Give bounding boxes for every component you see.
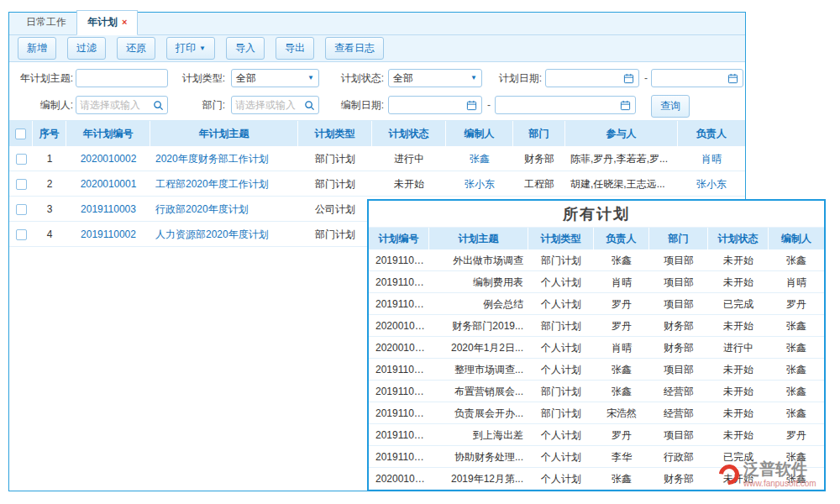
dept-label: 部门: [173, 96, 225, 114]
plan-date-end-field[interactable] [651, 69, 743, 87]
cell-type: 部门计划 [528, 402, 594, 423]
filter-button-label: 过滤 [76, 41, 97, 55]
plan-subject-link[interactable]: 工程部2020年度工作计划 [155, 178, 269, 190]
chevron-down-icon: ▼ [307, 75, 314, 81]
cell-compiler: 罗丹 [769, 424, 824, 445]
search-icon[interactable] [153, 100, 164, 111]
cell-type: 部门计划 [298, 146, 372, 171]
cell-dept: 经营部 [649, 381, 708, 402]
compiler-input[interactable] [76, 97, 153, 113]
cell-dept: 工程部 [513, 171, 565, 196]
cell-dept: 项目部 [649, 293, 708, 314]
dialog-table-header-row: 计划编号 计划主题 计划类型 负责人 部门 计划状态 编制人 [369, 228, 824, 249]
plan-subject-link[interactable]: 人力资源部2020年度计划 [155, 228, 269, 240]
search-icon[interactable] [304, 100, 315, 111]
add-button-label: 新增 [27, 41, 47, 55]
row-checkbox[interactable] [16, 154, 27, 165]
list-item[interactable]: 2019110002 到上海出差 个人计划 罗丹 项目部 未开始 罗丹 [369, 424, 824, 446]
cell-subject: 2019年12月第... [429, 468, 528, 489]
tab-daily-work[interactable]: 日常工作 [16, 11, 76, 34]
plan-code-link[interactable]: 2019110002 [81, 228, 136, 240]
cell-subject: 协助财务处理... [429, 446, 528, 467]
plan-date-label: 计划日期: [490, 69, 542, 87]
import-button[interactable]: 导入 [226, 37, 265, 60]
table-row[interactable]: 1 2020010002 2020年度财务部工作计划 部门计划 进行中 张鑫 财… [9, 146, 745, 171]
owner-link[interactable]: 肖晴 [701, 153, 722, 165]
calendar-icon[interactable] [620, 100, 631, 111]
compiler-link[interactable]: 张鑫 [470, 153, 490, 165]
row-checkbox[interactable] [16, 204, 27, 215]
restore-button[interactable]: 还原 [117, 37, 155, 60]
plan-code-link[interactable]: 2020010002 [81, 153, 137, 165]
cell-dept: 财务部 [649, 315, 708, 336]
dept-field[interactable] [231, 96, 319, 114]
view-log-button[interactable]: 查看日志 [325, 37, 384, 60]
owner-link[interactable]: 张小东 [696, 178, 727, 190]
plan-date-start-field[interactable] [545, 69, 639, 87]
cell-subject: 2020年1月2日... [429, 337, 528, 358]
calendar-icon[interactable] [727, 73, 738, 84]
restore-button-label: 还原 [126, 41, 146, 55]
tab-close-icon[interactable]: × [122, 18, 127, 27]
cell-code: 2019110005 [369, 293, 429, 314]
list-item[interactable]: 2019110004 编制费用表 个人计划 肖晴 项目部 未开始 肖晴 [369, 271, 824, 293]
list-item[interactable]: 2019110005 例会总结 个人计划 罗丹 项目部 已完成 罗丹 [369, 293, 824, 315]
select-all-checkbox[interactable] [15, 129, 26, 139]
list-item[interactable]: 2019110003 布置营销展会... 部门计划 张鑫 经营部 未开始 张鑫 [369, 381, 824, 402]
list-item[interactable]: 2019110001 负责展会开办... 部门计划 宋浩然 经营部 未开始 张鑫 [369, 402, 824, 424]
chevron-down-icon: ▼ [470, 75, 477, 81]
compile-date-label: 编制日期: [332, 96, 384, 114]
cell-dept: 项目部 [649, 359, 708, 380]
query-button[interactable]: 查询 [651, 95, 690, 118]
list-item[interactable]: 2020010002 2020年1月2日... 个人计划 肖晴 财务部 进行中 … [369, 337, 824, 359]
plan-type-select[interactable]: 全部 ▼ [231, 69, 319, 87]
cell-owner: 李华 [594, 446, 649, 467]
header-code: 年计划编号 [66, 121, 150, 146]
plan-code-link[interactable]: 2020010001 [81, 178, 137, 190]
plan-status-select[interactable]: 全部 ▼ [388, 69, 482, 87]
filter-button[interactable]: 过滤 [67, 37, 106, 60]
list-item[interactable]: 2019110001 外出做市场调查 部门计划 张鑫 项目部 未开始 张鑫 [369, 249, 824, 271]
chevron-down-icon: ▼ [199, 45, 206, 52]
cell-code: 2019110003 [369, 446, 429, 467]
plan-type-value: 全部 [236, 71, 256, 86]
cell-code: 2020010001 [369, 468, 429, 489]
cell-owner: 张鑫 [594, 359, 649, 380]
add-button[interactable]: 新增 [18, 37, 56, 60]
export-button[interactable]: 导出 [276, 37, 314, 60]
cell-type: 部门计划 [528, 381, 594, 402]
plan-subject-link[interactable]: 行政部2020年度计划 [155, 203, 249, 215]
plan-code-link[interactable]: 2019110003 [81, 203, 136, 215]
compile-date-end-field[interactable] [495, 96, 636, 114]
calendar-icon[interactable] [623, 73, 634, 84]
list-item[interactable]: 2019110002 整理市场调查... 个人计划 张鑫 项目部 未开始 张鑫 [369, 359, 824, 381]
cell-code: 2019110003 [369, 381, 429, 402]
subject-input[interactable] [76, 70, 167, 87]
subject-label: 年计划主题: [18, 69, 73, 87]
cell-code: 2019110002 [369, 359, 429, 380]
cell-subject: 例会总结 [429, 293, 528, 314]
list-item[interactable]: 2020010001 财务部门2019... 部门计划 罗丹 财务部 未开始 张… [369, 315, 824, 337]
cell-code: 2019110001 [369, 402, 429, 423]
compile-date-start-field[interactable] [388, 96, 482, 114]
compiler-field[interactable] [76, 96, 168, 114]
date-separator: - [487, 96, 491, 114]
row-checkbox[interactable] [16, 229, 27, 240]
cell-status: 未开始 [708, 402, 769, 423]
cell-seq: 4 [33, 222, 66, 246]
print-button[interactable]: 打印 ▼ [166, 37, 215, 60]
calendar-icon[interactable] [466, 100, 477, 111]
dept-input[interactable] [232, 97, 304, 113]
cell-seq: 2 [33, 171, 66, 196]
tab-annual-plan[interactable]: 年计划 × [76, 10, 138, 35]
cell-dept: 项目部 [649, 424, 708, 445]
plan-subject-link[interactable]: 2020年度财务部工作计划 [155, 153, 269, 165]
cell-type: 部门计划 [528, 249, 594, 270]
table-row[interactable]: 2 2020010001 工程部2020年度工作计划 部门计划 未开始 张小东 … [9, 171, 745, 197]
fanpu-logo-icon [715, 460, 743, 489]
table-header-row: 序号 年计划编号 年计划主题 计划类型 计划状态 编制人 部门 参与人 负责人 [9, 121, 745, 146]
subject-field[interactable] [76, 69, 168, 87]
cell-type: 部门计划 [298, 171, 372, 196]
compiler-link[interactable]: 张小东 [465, 178, 495, 190]
row-checkbox[interactable] [16, 179, 27, 190]
